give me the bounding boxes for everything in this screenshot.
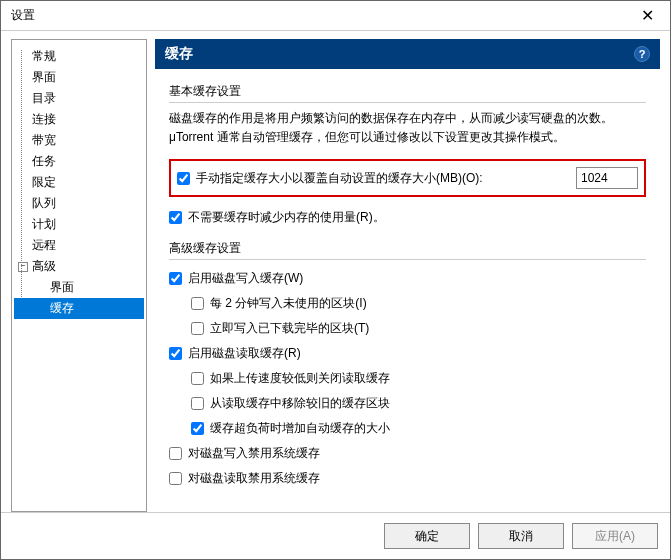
- tree-item-tasks[interactable]: 任务: [14, 151, 144, 172]
- tree-item-general[interactable]: 常规: [14, 46, 144, 67]
- basic-description: 磁盘缓存的作用是将用户频繁访问的数据保存在内存中，从而减少读写硬盘的次数。μTo…: [169, 109, 646, 147]
- row-read-slow: 如果上传速度较低则关闭读取缓存: [169, 366, 646, 391]
- tree-item-directory[interactable]: 目录: [14, 88, 144, 109]
- checkbox-read-slow[interactable]: [191, 372, 204, 385]
- tree-item-advanced[interactable]: 高级: [14, 256, 144, 277]
- row-write-enable: 启用磁盘写入缓存(W): [169, 266, 646, 291]
- checkbox-write-unused[interactable]: [191, 297, 204, 310]
- tree-item-schedule[interactable]: 计划: [14, 214, 144, 235]
- tree-item-limits[interactable]: 限定: [14, 172, 144, 193]
- row-write-unused: 每 2 分钟写入未使用的区块(I): [169, 291, 646, 316]
- label-manual-cache[interactable]: 手动指定缓存大小以覆盖自动设置的缓存大小(MB)(O):: [196, 170, 576, 187]
- tree-item-adv-cache[interactable]: 缓存: [14, 298, 144, 319]
- checkbox-read-thrash[interactable]: [191, 422, 204, 435]
- row-write-finished: 立即写入已下载完毕的区块(T): [169, 316, 646, 341]
- input-cache-size[interactable]: [576, 167, 638, 189]
- group-basic-title: 基本缓存设置: [169, 83, 646, 100]
- ok-button[interactable]: 确定: [384, 523, 470, 549]
- label-write-unused[interactable]: 每 2 分钟写入未使用的区块(I): [210, 295, 646, 312]
- row-sys-read: 对磁盘读取禁用系统缓存: [169, 466, 646, 491]
- row-manual-cache: 手动指定缓存大小以覆盖自动设置的缓存大小(MB)(O):: [169, 159, 646, 197]
- close-icon[interactable]: ✕: [625, 1, 670, 31]
- label-read-old[interactable]: 从读取缓存中移除较旧的缓存区块: [210, 395, 646, 412]
- label-read-slow[interactable]: 如果上传速度较低则关闭读取缓存: [210, 370, 646, 387]
- separator: [169, 102, 646, 103]
- checkbox-reduce-mem[interactable]: [169, 211, 182, 224]
- tree-item-bandwidth[interactable]: 带宽: [14, 130, 144, 151]
- checkbox-manual-cache[interactable]: [177, 172, 190, 185]
- nav-tree[interactable]: 常规 界面 目录 连接 带宽 任务 限定 队列 计划 远程 高级 界面 缓存: [11, 39, 147, 512]
- content-panel: 缓存 ? 基本缓存设置 磁盘缓存的作用是将用户频繁访问的数据保存在内存中，从而减…: [155, 39, 660, 512]
- label-write-enable[interactable]: 启用磁盘写入缓存(W): [188, 270, 646, 287]
- footer: 确定 取消 应用(A): [1, 512, 670, 559]
- label-write-finished[interactable]: 立即写入已下载完毕的区块(T): [210, 320, 646, 337]
- label-sys-read[interactable]: 对磁盘读取禁用系统缓存: [188, 470, 646, 487]
- window-title: 设置: [11, 7, 35, 24]
- titlebar: 设置 ✕: [1, 1, 670, 31]
- checkbox-write-finished[interactable]: [191, 322, 204, 335]
- window-body: 常规 界面 目录 连接 带宽 任务 限定 队列 计划 远程 高级 界面 缓存 缓…: [1, 31, 670, 512]
- label-reduce-mem[interactable]: 不需要缓存时减少内存的使用量(R)。: [188, 209, 646, 226]
- settings-window: 设置 ✕ 常规 界面 目录 连接 带宽 任务 限定 队列 计划 远程 高级 界面…: [0, 0, 671, 560]
- row-read-enable: 启用磁盘读取缓存(R): [169, 341, 646, 366]
- tree-item-ui[interactable]: 界面: [14, 67, 144, 88]
- panel-body: 基本缓存设置 磁盘缓存的作用是将用户频繁访问的数据保存在内存中，从而减少读写硬盘…: [155, 69, 660, 512]
- tree-item-queue[interactable]: 队列: [14, 193, 144, 214]
- help-icon[interactable]: ?: [634, 46, 650, 62]
- label-read-thrash[interactable]: 缓存超负荷时增加自动缓存的大小: [210, 420, 646, 437]
- separator: [169, 259, 646, 260]
- panel-header: 缓存 ?: [155, 39, 660, 69]
- group-advanced: 高级缓存设置 启用磁盘写入缓存(W) 每 2 分钟写入未使用的区块(I) 立即写…: [169, 240, 646, 491]
- row-sys-write: 对磁盘写入禁用系统缓存: [169, 441, 646, 466]
- group-adv-title: 高级缓存设置: [169, 240, 646, 257]
- row-reduce-mem: 不需要缓存时减少内存的使用量(R)。: [169, 205, 646, 230]
- checkbox-read-old[interactable]: [191, 397, 204, 410]
- checkbox-sys-read[interactable]: [169, 472, 182, 485]
- checkbox-write-enable[interactable]: [169, 272, 182, 285]
- checkbox-read-enable[interactable]: [169, 347, 182, 360]
- tree-item-adv-ui[interactable]: 界面: [14, 277, 144, 298]
- label-sys-write[interactable]: 对磁盘写入禁用系统缓存: [188, 445, 646, 462]
- group-basic: 基本缓存设置 磁盘缓存的作用是将用户频繁访问的数据保存在内存中，从而减少读写硬盘…: [169, 83, 646, 230]
- checkbox-sys-write[interactable]: [169, 447, 182, 460]
- panel-title: 缓存: [165, 45, 193, 63]
- row-read-thrash: 缓存超负荷时增加自动缓存的大小: [169, 416, 646, 441]
- apply-button[interactable]: 应用(A): [572, 523, 658, 549]
- tree-item-remote[interactable]: 远程: [14, 235, 144, 256]
- tree-item-connection[interactable]: 连接: [14, 109, 144, 130]
- cancel-button[interactable]: 取消: [478, 523, 564, 549]
- label-read-enable[interactable]: 启用磁盘读取缓存(R): [188, 345, 646, 362]
- row-read-old: 从读取缓存中移除较旧的缓存区块: [169, 391, 646, 416]
